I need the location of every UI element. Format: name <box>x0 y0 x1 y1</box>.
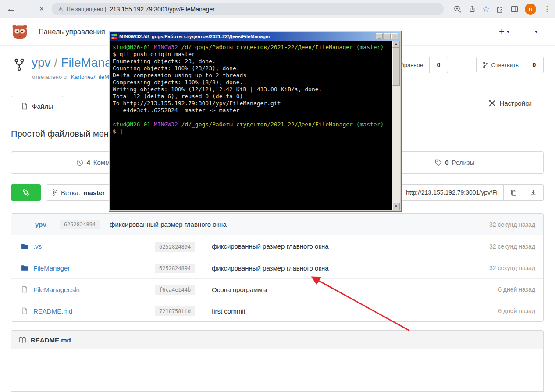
user-menu-chevron-icon[interactable]: ▾ <box>535 29 537 35</box>
copy-url-button[interactable] <box>503 184 523 201</box>
file-link[interactable]: FileManager <box>33 264 70 272</box>
file-table-rows: .vs6252824894фиксированный размер главно… <box>11 235 543 321</box>
scrollbar-down-icon[interactable]: ▼ <box>392 203 400 210</box>
latest-commit-row: ypv 6252824894 фиксированный размер глав… <box>11 214 543 235</box>
terminal-title-bar[interactable]: MINGW32:/d/_gogs/Работы студентов/2021-2… <box>110 32 400 41</box>
share-icon[interactable] <box>468 5 476 13</box>
terminal-line: Delta compression using up to 2 threads <box>113 72 390 79</box>
browser-address-bar[interactable]: ⚠ Не защищено | 213.155.192.79:3001/ypv/… <box>52 3 444 15</box>
download-button[interactable] <box>523 184 544 201</box>
tab-settings[interactable]: Настройки <box>488 100 532 107</box>
readme-content <box>11 349 544 392</box>
terminal-maximize-button[interactable]: □ <box>384 33 391 39</box>
commit-age: 6 дней назад <box>498 286 535 293</box>
file-link[interactable]: README.md <box>33 307 72 315</box>
terminal-line <box>113 114 390 121</box>
readme-title: README.md <box>31 336 71 344</box>
tab-files-label: Файлы <box>32 103 53 110</box>
commit-sha-badge[interactable]: 6252824894 <box>155 242 195 252</box>
repo-owner-link[interactable]: ypv <box>32 56 51 69</box>
file-name-cell: FileManager <box>21 264 155 272</box>
chevron-down-icon: ▾ <box>507 29 509 35</box>
sidebar-icon[interactable] <box>510 5 519 13</box>
branch-prefix-label: Ветка: <box>61 189 80 196</box>
copy-icon <box>510 189 517 196</box>
fork-count[interactable]: 0 <box>525 57 543 73</box>
plus-icon: + <box>499 27 505 36</box>
readme-panel: README.md <box>11 330 544 392</box>
commit-message[interactable]: first commit <box>212 307 498 315</box>
fork-button-group: Ответвить 0 <box>476 57 544 73</box>
file-sha-cell: 7218758ffd <box>155 307 212 315</box>
security-warning-icon[interactable]: ⚠ <box>58 6 64 13</box>
folder-icon <box>21 264 28 271</box>
tag-icon <box>435 159 442 166</box>
browser-stop-icon[interactable]: × <box>35 4 48 14</box>
file-name-cell: README.md <box>21 307 155 315</box>
commit-message[interactable]: фиксированный размер главного окна <box>212 264 489 272</box>
fork-icon <box>483 61 488 68</box>
book-icon <box>18 337 26 343</box>
terminal-line: Writing objects: 100% (12/12), 2.42 KiB … <box>113 86 390 93</box>
scrollbar-track[interactable] <box>392 48 400 203</box>
browser-back-icon[interactable]: ← <box>4 4 18 14</box>
scrollbar-thumb[interactable] <box>392 48 400 86</box>
latest-commit-author-link[interactable]: ypv <box>35 221 46 228</box>
files-tab-icon <box>21 103 28 110</box>
file-link[interactable]: FileManager.sln <box>33 286 80 293</box>
bookmark-star-icon[interactable]: ☆ <box>482 4 490 14</box>
scrollbar-up-icon[interactable]: ▲ <box>392 41 400 48</box>
latest-commit-sha-badge[interactable]: 6252824894 <box>60 220 100 229</box>
branch-name: master <box>83 189 105 196</box>
commit-message[interactable]: Осова программы <box>212 286 498 293</box>
download-icon <box>530 189 537 196</box>
file-sha-cell: 6252824894 <box>155 264 212 272</box>
browser-action-icons: ☆ n ⋮ <box>453 0 551 18</box>
nav-dashboard-link[interactable]: Панель управления <box>39 28 105 36</box>
file-sha-cell: f6ca4e144b <box>155 285 212 293</box>
terminal-line: Total 12 (delta 6), reused 0 (delta 0) <box>113 93 390 100</box>
terminal-line: stud@N26-01 MINGW32 /d/_gogs/Работы студ… <box>113 121 390 128</box>
browser-menu-icon[interactable]: ⋮ <box>542 4 551 14</box>
security-warning-label: Не защищено | <box>67 6 107 12</box>
settings-tools-icon <box>488 100 496 107</box>
file-link[interactable]: .vs <box>33 242 42 250</box>
star-count[interactable]: 0 <box>429 57 448 73</box>
extensions-puzzle-icon[interactable] <box>496 5 504 13</box>
readme-header: README.md <box>11 330 544 349</box>
terminal-body: stud@N26-01 MINGW32 /d/_gogs/Работы студ… <box>110 41 400 210</box>
commit-sha-badge[interactable]: 6252824894 <box>155 264 195 273</box>
file-row: README.md7218758ffdfirst commit6 дней на… <box>11 300 543 321</box>
gogs-logo[interactable] <box>11 24 28 39</box>
create-new-menu[interactable]: + ▾ <box>499 27 509 36</box>
commit-sha-badge[interactable]: f6ca4e144b <box>155 285 195 295</box>
compare-button[interactable] <box>11 184 41 201</box>
terminal-line: $ git push origin master <box>113 51 390 58</box>
file-icon <box>21 286 28 293</box>
tab-files[interactable]: Файлы <box>11 96 63 116</box>
commit-age: 32 секунд назад <box>489 243 535 250</box>
terminal-line: Compressing objects: 100% (8/8), done. <box>113 79 390 86</box>
browser-toolbar: ← × ⚠ Не защищено | 213.155.192.79:3001/… <box>0 0 555 18</box>
repo-title-separator: / <box>54 56 58 69</box>
terminal-close-button[interactable]: × <box>391 33 398 39</box>
terminal-line: To http://213.155.192.79:3001/ypv/FileMa… <box>113 100 390 107</box>
file-table: ypv 6252824894 фиксированный размер глав… <box>11 213 544 322</box>
releases-label: Релизы <box>452 159 475 166</box>
file-row: FileManager6252824894фиксированный разме… <box>11 257 543 278</box>
latest-commit-message[interactable]: фиксированный размер главного окна <box>110 221 227 228</box>
clone-url-input[interactable] <box>402 184 503 201</box>
file-row: FileManager.slnf6ca4e144bОсова программы… <box>11 278 543 300</box>
commits-count: 4 <box>86 159 90 166</box>
commit-message[interactable]: фиксированный размер главного окна <box>212 242 489 250</box>
git-compare-icon <box>22 189 30 196</box>
terminal-minimize-button[interactable]: _ <box>376 33 383 39</box>
zoom-icon[interactable] <box>453 5 462 14</box>
browser-profile-avatar[interactable]: n <box>525 4 536 15</box>
folder-icon <box>21 243 28 250</box>
history-clock-icon <box>76 159 83 166</box>
file-name-cell: FileManager.sln <box>21 286 155 293</box>
commit-sha-badge[interactable]: 7218758ffd <box>155 306 195 316</box>
commit-age: 32 секунд назад <box>489 264 535 271</box>
fork-button[interactable]: Ответвить <box>477 57 525 73</box>
